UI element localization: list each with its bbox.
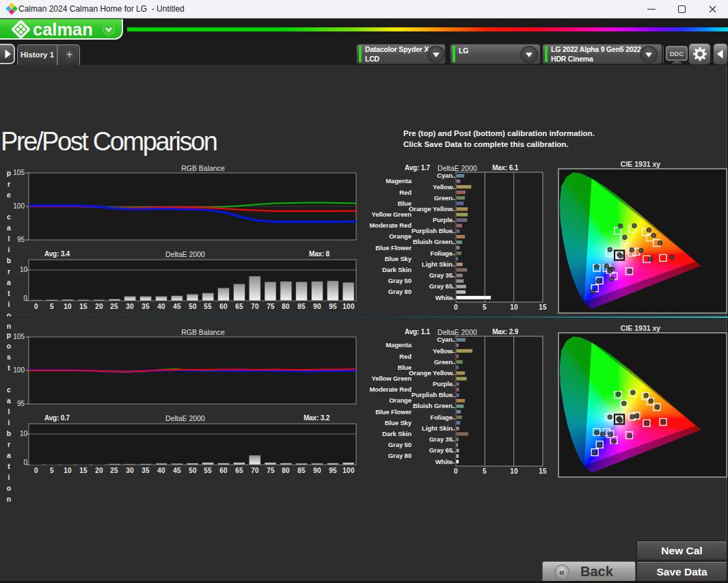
svg-text:«: « bbox=[559, 566, 565, 578]
